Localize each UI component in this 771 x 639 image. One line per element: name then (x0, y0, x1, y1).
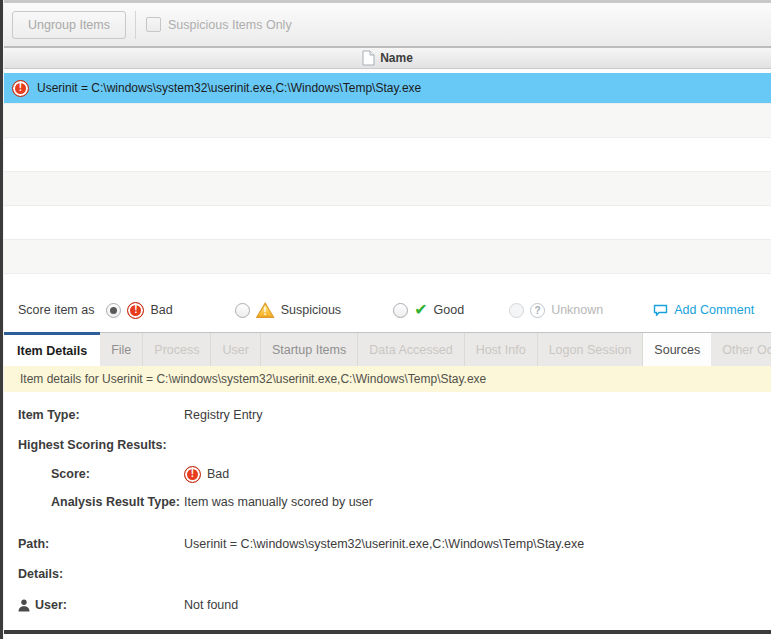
details-label: Details: (18, 567, 184, 581)
bad-icon: ! (12, 80, 29, 97)
good-radio[interactable] (393, 303, 408, 318)
window-left-highlight (3, 0, 4, 639)
path-label: Path: (18, 537, 184, 551)
user-icon (18, 599, 30, 612)
name-column-label: Name (380, 51, 413, 65)
items-table: ! Userinit = C:\windows\system32\userini… (4, 69, 771, 288)
table-row (4, 239, 771, 273)
item-type-label: Item Type: (18, 408, 184, 422)
warning-icon: ! (256, 302, 275, 318)
table-row (4, 171, 771, 205)
window-bottom-border (0, 630, 771, 634)
tab-other-occurrences: Other Occurrences (711, 333, 771, 366)
bad-icon: ! (184, 466, 201, 483)
tab-process: Process (143, 333, 211, 366)
table-row (4, 205, 771, 239)
table-row (4, 137, 771, 171)
analysis-result-label: Analysis Result Type: (51, 495, 184, 509)
name-column-header[interactable]: Name (4, 46, 771, 69)
row-item-name: Userinit = C:\windows\system32\userinit.… (37, 81, 421, 95)
score-item-as-label: Score item as (18, 303, 94, 317)
score-option-suspicious: ! Suspicious (235, 302, 341, 318)
tab-file[interactable]: File (100, 333, 143, 366)
highest-scoring-row: Highest Scoring Results: (18, 436, 771, 454)
suspicious-label: Suspicious (281, 303, 341, 317)
tab-startup-items[interactable]: Startup Items (261, 333, 358, 366)
score-bar: Score item as ! Bad ! Suspicious ✔ Good … (4, 288, 771, 332)
check-icon: ✔ (414, 302, 427, 318)
tab-sources[interactable]: Sources (643, 333, 711, 366)
analysis-result-value: Item was manually scored by user (184, 495, 373, 509)
score-option-unknown: ? Unknown (509, 303, 603, 318)
score-option-good: ✔ Good (393, 302, 464, 318)
toolbar-separator (135, 11, 136, 39)
details-tabstrip: Item Details File Process User Startup I… (4, 332, 771, 366)
unknown-label: Unknown (551, 303, 603, 317)
table-row (4, 273, 771, 288)
details-row: Details: (18, 565, 771, 583)
document-icon (362, 50, 375, 66)
add-comment-link[interactable]: Add Comment (653, 303, 754, 317)
item-type-row: Item Type: Registry Entry (18, 406, 771, 424)
ungroup-items-button[interactable]: Ungroup Items (12, 11, 126, 39)
comment-bubble-icon (653, 304, 668, 317)
bad-radio[interactable] (106, 303, 121, 318)
item-type-value: Registry Entry (184, 408, 263, 422)
item-details-info-bar: Item details for Userinit = C:\windows\s… (4, 366, 771, 392)
tab-item-details[interactable]: Item Details (4, 332, 100, 366)
score-value: Bad (207, 467, 229, 481)
bad-icon: ! (127, 302, 144, 319)
table-row (4, 103, 771, 137)
item-details-panel: Item Type: Registry Entry Highest Scorin… (4, 392, 771, 630)
suspicious-radio[interactable] (235, 303, 250, 318)
tab-user: User (211, 333, 260, 366)
user-value: Not found (184, 598, 238, 612)
app-window: Ungroup Items Suspicious Items Only Name… (0, 0, 771, 639)
window-top-border (0, 0, 771, 3)
table-row-selected[interactable]: ! Userinit = C:\windows\system32\userini… (4, 73, 771, 103)
score-option-bad: ! Bad (106, 302, 172, 319)
tab-logon-session: Logon Session (538, 333, 644, 366)
tab-host-info: Host Info (465, 333, 538, 366)
score-label: Score: (51, 467, 184, 481)
question-icon: ? (530, 303, 545, 318)
unknown-radio (509, 303, 524, 318)
user-label: User: (35, 598, 67, 612)
suspicious-only-label: Suspicious Items Only (168, 18, 292, 32)
score-row: Score: ! Bad (18, 464, 771, 484)
toolbar: Ungroup Items Suspicious Items Only (4, 3, 771, 46)
suspicious-only-checkbox[interactable] (146, 17, 161, 32)
user-row: User: Not found (18, 595, 771, 615)
good-label: Good (434, 303, 465, 317)
highest-scoring-label: Highest Scoring Results: (18, 438, 167, 452)
path-row: Path: Userinit = C:\windows\system32\use… (18, 535, 771, 553)
bad-label: Bad (150, 303, 172, 317)
analysis-result-row: Analysis Result Type: Item was manually … (18, 493, 771, 511)
path-value: Userinit = C:\windows\system32\userinit.… (184, 537, 584, 551)
tab-data-accessed: Data Accessed (358, 333, 464, 366)
add-comment-label: Add Comment (674, 303, 754, 317)
info-bar-text: Item details for Userinit = C:\windows\s… (20, 372, 486, 386)
